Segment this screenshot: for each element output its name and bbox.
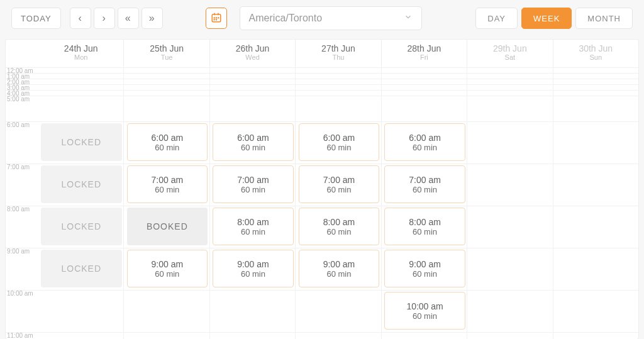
slot-duration: 60 min	[326, 143, 351, 152]
available-slot[interactable]: 7:00 am60 min	[384, 165, 465, 203]
hour-row: 5:00 am	[6, 96, 638, 101]
slot-duration: 60 min	[241, 227, 265, 236]
slot-duration: 60 min	[413, 185, 437, 194]
hour-label: 6:00 am	[7, 121, 38, 128]
available-slot[interactable]: 7:00 am60 min	[299, 165, 380, 203]
available-slot[interactable]: 8:00 am60 min	[384, 208, 465, 245]
chevron-down-icon	[404, 13, 413, 24]
slot-label: LOCKED	[61, 179, 101, 189]
day-date: 28th Jun	[382, 43, 467, 53]
slot-duration: 60 min	[413, 311, 437, 321]
range-group: DAY WEEK MONTH	[475, 8, 633, 29]
hour-row: 3:00 am	[6, 84, 638, 90]
hour-label: 9:00 am	[7, 248, 38, 255]
svg-rect-5	[218, 17, 219, 18]
range-month-button[interactable]: MONTH	[575, 8, 633, 29]
day-header: 29th JunSat	[467, 40, 553, 67]
available-slot[interactable]: 8:00 am60 min	[213, 208, 294, 245]
slot-duration: 60 min	[155, 185, 179, 194]
slot-time: 7:00 am	[323, 175, 355, 185]
day-dow: Thu	[296, 53, 380, 61]
available-slot[interactable]: 6:00 am60 min	[384, 123, 465, 161]
slot-time: 9:00 am	[152, 259, 184, 269]
svg-rect-7	[215, 19, 216, 20]
slot-duration: 60 min	[241, 143, 265, 152]
today-button[interactable]: TODAY	[11, 8, 61, 29]
day-header: 27th JunThu	[296, 40, 381, 67]
booked-slot: BOOKED	[127, 208, 208, 245]
slot-time: 6:00 am	[152, 133, 184, 143]
hour-label: 8:00 am	[7, 206, 38, 213]
day-header: 25th JunTue	[124, 40, 209, 67]
slot-duration: 60 min	[413, 227, 437, 236]
day-date: 29th Jun	[467, 43, 552, 53]
locked-slot: LOCKED	[41, 208, 122, 245]
locked-slot: LOCKED	[41, 165, 122, 203]
slot-time: 8:00 am	[323, 217, 355, 227]
day-date: 24th Jun	[38, 43, 123, 53]
slot-time: 9:00 am	[323, 259, 355, 269]
day-header: 28th JunFri	[382, 40, 467, 67]
slot-time: 9:00 am	[237, 259, 269, 269]
calendar-icon	[211, 12, 222, 25]
available-slot[interactable]: 8:00 am60 min	[299, 208, 380, 245]
day-header: 30th JunSun	[553, 40, 638, 67]
slot-duration: 60 min	[155, 269, 179, 279]
locked-slot: LOCKED	[41, 250, 122, 287]
locked-slot: LOCKED	[41, 123, 122, 161]
jump-back-button[interactable]: «	[118, 8, 139, 29]
day-date: 27th Jun	[296, 43, 380, 53]
available-slot[interactable]: 7:00 am60 min	[213, 165, 294, 203]
svg-rect-6	[213, 19, 214, 20]
hour-row: 11:00 am	[6, 332, 638, 339]
toolbar: TODAY ‹ › « » America/Toronto DAY WEEK M…	[0, 0, 644, 39]
svg-rect-4	[215, 17, 216, 18]
available-slot[interactable]: 7:00 am60 min	[127, 165, 208, 203]
slot-time: 7:00 am	[237, 175, 269, 185]
timezone-select[interactable]: America/Toronto	[240, 6, 422, 30]
day-dow: Tue	[124, 53, 209, 61]
hour-row: 12:00 am	[6, 67, 638, 73]
slot-duration: 60 min	[413, 143, 437, 152]
slot-time: 6:00 am	[237, 133, 269, 143]
slot-time: 6:00 am	[323, 133, 355, 143]
slot-time: 8:00 am	[409, 217, 441, 227]
slot-label: LOCKED	[61, 221, 101, 231]
range-day-button[interactable]: DAY	[475, 8, 518, 29]
hour-label: 5:00 am	[7, 96, 38, 103]
available-slot[interactable]: 9:00 am60 min	[213, 250, 294, 287]
svg-rect-1	[214, 13, 215, 15]
day-date: 30th Jun	[553, 43, 638, 53]
svg-rect-3	[213, 17, 214, 18]
day-date: 26th Jun	[210, 43, 295, 53]
calendar-button[interactable]	[206, 8, 227, 29]
hour-row: 4:00 am	[6, 90, 638, 96]
available-slot[interactable]: 9:00 am60 min	[384, 250, 465, 287]
hour-label: 7:00 am	[7, 164, 38, 170]
next-button[interactable]: ›	[94, 8, 115, 29]
available-slot[interactable]: 6:00 am60 min	[213, 123, 294, 161]
day-dow: Wed	[210, 53, 295, 61]
slot-time: 7:00 am	[409, 175, 441, 185]
day-dow: Sat	[467, 53, 552, 61]
day-header: 26th JunWed	[210, 40, 296, 67]
hour-row: 1:00 am	[6, 73, 638, 79]
prev-button[interactable]: ‹	[70, 8, 91, 29]
jump-forward-button[interactable]: »	[142, 8, 163, 29]
day-header: 24th JunMon	[38, 40, 124, 67]
day-headers: 24th JunMon25th JunTue26th JunWed27th Ju…	[38, 40, 638, 67]
available-slot[interactable]: 6:00 am60 min	[299, 123, 380, 161]
range-week-button[interactable]: WEEK	[521, 8, 572, 29]
available-slot[interactable]: 9:00 am60 min	[127, 250, 208, 287]
available-slot[interactable]: 9:00 am60 min	[299, 250, 380, 287]
day-dow: Fri	[382, 53, 467, 61]
available-slot[interactable]: 6:00 am60 min	[127, 123, 208, 161]
day-date: 25th Jun	[124, 43, 209, 53]
available-slot[interactable]: 10:00 am60 min	[384, 292, 465, 330]
slot-time: 9:00 am	[409, 259, 441, 269]
slot-time: 7:00 am	[152, 175, 184, 185]
day-dow: Mon	[38, 53, 123, 61]
slot-label: LOCKED	[61, 137, 101, 147]
slot-duration: 60 min	[413, 269, 437, 279]
slot-duration: 60 min	[326, 269, 351, 279]
